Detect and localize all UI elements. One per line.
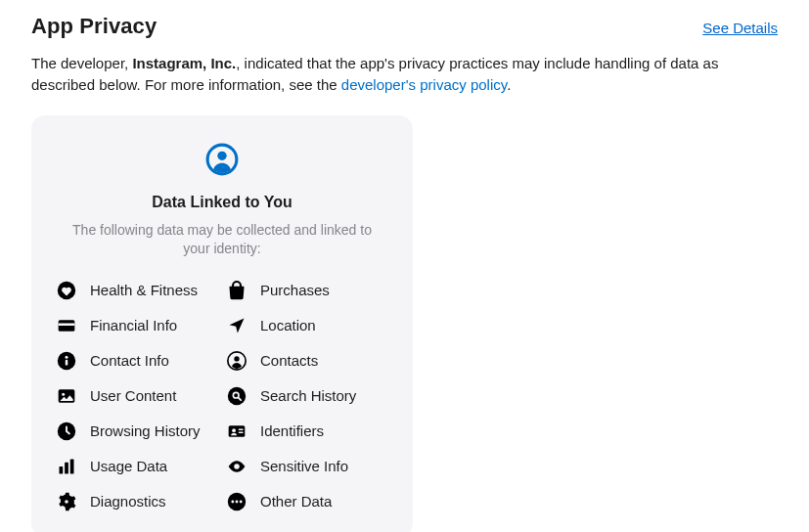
data-type-item: Other Data [227, 492, 387, 511]
data-type-item: Identifiers [227, 421, 387, 441]
search-circle-icon [227, 386, 247, 406]
gear-icon [57, 492, 76, 511]
privacy-policy-link[interactable]: developer's privacy policy [341, 76, 507, 93]
data-type-label: Financial Info [90, 317, 177, 333]
data-type-label: Contacts [260, 352, 318, 369]
info-circle-icon [57, 351, 76, 371]
data-linked-card: Data Linked to You The following data ma… [31, 115, 413, 533]
data-type-item: Search History [227, 386, 387, 406]
card-title: Data Linked to You [57, 194, 387, 211]
section-title: App Privacy [31, 14, 157, 39]
description-prefix: The developer, [31, 55, 132, 71]
data-type-label: Contact Info [90, 352, 169, 369]
bar-chart-icon [57, 457, 76, 476]
photo-icon [57, 386, 76, 406]
data-type-item: Diagnostics [57, 492, 217, 511]
data-type-item: Purchases [227, 281, 387, 300]
data-type-item: Location [227, 316, 387, 335]
location-arrow-icon [227, 316, 247, 335]
eye-icon [227, 457, 247, 476]
clock-icon [57, 421, 76, 441]
id-card-icon [227, 421, 247, 441]
data-type-label: Identifiers [260, 422, 324, 439]
data-type-item: Financial Info [57, 316, 217, 335]
data-type-item: Contacts [227, 351, 387, 371]
data-type-item: Usage Data [57, 457, 217, 476]
data-type-label: Sensitive Info [260, 458, 348, 474]
data-type-label: Other Data [260, 493, 332, 510]
data-type-label: Location [260, 317, 316, 333]
ellipsis-circle-icon [227, 492, 247, 511]
developer-name: Instagram, Inc. [132, 55, 236, 71]
data-type-item: Sensitive Info [227, 457, 387, 476]
person-circle-icon [205, 143, 239, 180]
bag-icon [227, 281, 247, 300]
see-details-link[interactable]: See Details [702, 20, 778, 36]
data-type-label: Browsing History [90, 422, 201, 439]
data-type-item: Contact Info [57, 351, 217, 371]
data-type-label: Search History [260, 387, 356, 404]
data-type-item: Browsing History [57, 421, 217, 441]
data-type-label: User Content [90, 387, 176, 404]
data-type-label: Usage Data [90, 458, 167, 474]
data-type-label: Health & Fitness [90, 282, 198, 298]
description-suffix: . [507, 76, 511, 93]
data-type-label: Diagnostics [90, 493, 166, 510]
heart-circle-icon [57, 281, 76, 300]
data-type-item: User Content [57, 386, 217, 406]
card-subtitle: The following data may be collected and … [57, 221, 387, 259]
credit-card-icon [57, 316, 76, 335]
contacts-circle-icon [227, 351, 247, 371]
data-type-label: Purchases [260, 282, 330, 298]
data-type-item: Health & Fitness [57, 281, 217, 300]
privacy-description: The developer, Instagram, Inc., indicate… [31, 53, 778, 96]
